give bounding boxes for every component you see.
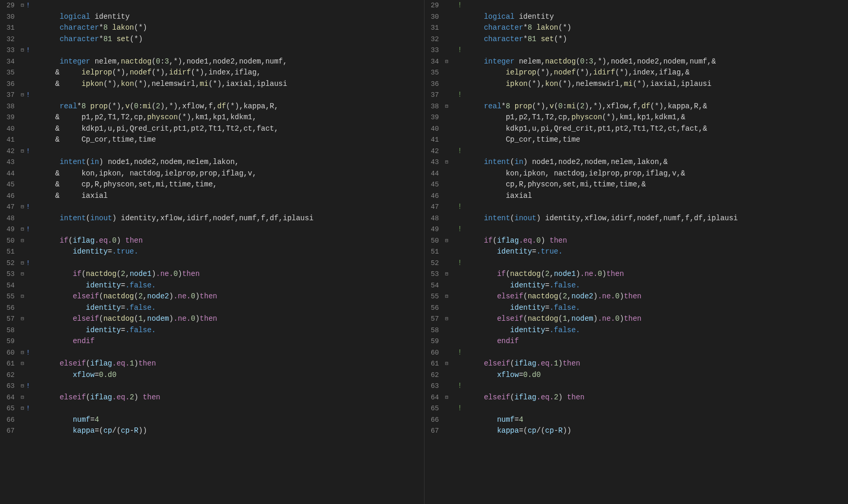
fold-icon[interactable]: ⊟: [19, 45, 26, 56]
code-line[interactable]: Cp_cor,ttime,time: [458, 134, 849, 146]
gutter-line[interactable]: 39: [425, 112, 458, 123]
gutter-line[interactable]: 29⊟!: [0, 0, 33, 11]
right-pane[interactable]: 293031323334⊟35363738⊟3940414243⊟4445464…: [425, 0, 849, 504]
gutter-line[interactable]: 67: [425, 425, 458, 437]
gutter-line[interactable]: 51: [0, 246, 33, 258]
fold-icon[interactable]: ⊟: [19, 0, 26, 11]
gutter-line[interactable]: 63⊟!: [0, 381, 33, 392]
code-line[interactable]: identity=.false.: [458, 280, 849, 292]
gutter-line[interactable]: 33⊟!: [0, 45, 33, 56]
gutter-line[interactable]: 55⊟: [0, 291, 33, 303]
gutter-line[interactable]: 56: [0, 303, 33, 314]
code-line[interactable]: identity=.false.: [458, 325, 849, 336]
gutter-line[interactable]: 47: [425, 201, 458, 213]
code-line[interactable]: kappa=(cp/(cp-R)): [33, 425, 424, 437]
code-line[interactable]: real*8 prop(*),v(0:mi(2),*),xflow,f,df(*…: [33, 101, 424, 112]
gutter-line[interactable]: 30: [0, 11, 33, 23]
code-line[interactable]: integer nelem,nactdog(0:3,*),node1,node2…: [458, 56, 849, 68]
code-line[interactable]: [33, 0, 424, 11]
gutter-line[interactable]: 64⊟: [0, 392, 33, 404]
fold-icon[interactable]: ⊟: [19, 392, 26, 404]
gutter-line[interactable]: 43⊟: [425, 157, 458, 168]
gutter-line[interactable]: 34: [0, 56, 33, 68]
code-line[interactable]: intent(in) node1,node2,nodem,nelem,lakon…: [458, 157, 849, 168]
fold-icon[interactable]: ⊟: [443, 392, 451, 404]
code-line[interactable]: !: [458, 224, 849, 235]
gutter-line[interactable]: 45: [0, 179, 33, 191]
code-line[interactable]: [33, 201, 424, 213]
fold-icon[interactable]: ⊟: [19, 403, 26, 414]
code-line[interactable]: & Cp_cor,ttime,time: [33, 134, 424, 146]
fold-icon[interactable]: ⊟: [19, 313, 26, 325]
code-line[interactable]: real*8 prop(*),v(0:mi(2),*),xflow,f,df(*…: [458, 101, 849, 112]
code-line[interactable]: if(iflag.eq.0) then: [33, 235, 424, 247]
code-line[interactable]: ielprop(*),nodef(*),idirf(*),index,iflag…: [458, 67, 849, 79]
code-line[interactable]: !: [458, 45, 849, 56]
code-line[interactable]: elseif(iflag.eq.1)then: [33, 358, 424, 370]
gutter-line[interactable]: 66: [425, 414, 458, 426]
gutter-line[interactable]: 43: [0, 157, 33, 168]
gutter-line[interactable]: 44: [425, 168, 458, 180]
code-line[interactable]: [33, 224, 424, 235]
left-pane[interactable]: 29⊟!30313233⊟!34353637⊟!3839404142⊟!4344…: [0, 0, 425, 504]
right-code[interactable]: ! logical identity character*8 lakon(*) …: [458, 0, 849, 504]
code-line[interactable]: character*8 lakon(*): [458, 22, 849, 34]
gutter-line[interactable]: 50⊟: [0, 235, 33, 247]
gutter-line[interactable]: 60⊟!: [0, 347, 33, 359]
gutter-line[interactable]: 44: [0, 168, 33, 180]
gutter-line[interactable]: 59: [0, 336, 33, 347]
fold-icon[interactable]: ⊟: [443, 56, 451, 68]
gutter-line[interactable]: 49⊟!: [0, 224, 33, 235]
gutter-line[interactable]: 41: [0, 134, 33, 146]
gutter-line[interactable]: 37⊟!: [0, 90, 33, 101]
code-line[interactable]: integer nelem,nactdog(0:3,*),node1,node2…: [33, 56, 424, 68]
gutter-line[interactable]: 47⊟!: [0, 201, 33, 213]
gutter-line[interactable]: 45: [425, 179, 458, 191]
code-line[interactable]: intent(in) node1,node2,nodem,nelem,lakon…: [33, 157, 424, 168]
code-line[interactable]: elseif(nactdog(2,node2).ne.0)then: [33, 291, 424, 303]
fold-icon[interactable]: ⊟: [19, 347, 26, 359]
code-line[interactable]: logical identity: [458, 11, 849, 23]
gutter-line[interactable]: 61⊟: [0, 358, 33, 370]
code-line[interactable]: identity=.false.: [33, 303, 424, 314]
gutter-line[interactable]: 36: [425, 79, 458, 90]
fold-icon[interactable]: ⊟: [19, 235, 26, 247]
gutter-line[interactable]: 64⊟: [425, 392, 458, 404]
fold-icon[interactable]: ⊟: [443, 358, 451, 370]
code-line[interactable]: identity=.false.: [33, 280, 424, 292]
code-line[interactable]: & cp,R,physcon,set,mi,ttime,time,: [33, 179, 424, 191]
code-line[interactable]: & ipkon(*),kon(*),nelemswirl,mi(*),iaxia…: [33, 79, 424, 90]
code-line[interactable]: & iaxial: [33, 191, 424, 202]
code-line[interactable]: elseif(nactdog(2,node2).ne.0)then: [458, 291, 849, 303]
left-code[interactable]: logical identity character*8 lakon(*) ch…: [33, 0, 424, 504]
left-gutter[interactable]: 29⊟!30313233⊟!34353637⊟!3839404142⊟!4344…: [0, 0, 33, 504]
code-line[interactable]: character*81 set(*): [458, 34, 849, 45]
gutter-line[interactable]: 59: [425, 336, 458, 347]
code-line[interactable]: elseif(iflag.eq.2) then: [458, 392, 849, 404]
gutter-line[interactable]: 58: [0, 325, 33, 336]
gutter-line[interactable]: 29: [425, 0, 458, 11]
code-line[interactable]: elseif(nactdog(1,nodem).ne.0)then: [458, 313, 849, 325]
gutter-line[interactable]: 36: [0, 79, 33, 90]
code-line[interactable]: [33, 403, 424, 414]
gutter-line[interactable]: 32: [0, 34, 33, 45]
code-line[interactable]: [33, 45, 424, 56]
code-line[interactable]: if(nactdog(2,node1).ne.0)then: [458, 269, 849, 280]
code-line[interactable]: elseif(iflag.eq.1)then: [458, 358, 849, 370]
code-line[interactable]: [33, 90, 424, 101]
fold-icon[interactable]: ⊟: [19, 269, 26, 280]
gutter-line[interactable]: 56: [425, 303, 458, 314]
gutter-line[interactable]: 37: [425, 90, 458, 101]
code-line[interactable]: cp,R,physcon,set,mi,ttime,time,&: [458, 179, 849, 191]
gutter-line[interactable]: 60: [425, 347, 458, 359]
fold-icon[interactable]: ⊟: [443, 157, 451, 168]
gutter-line[interactable]: 52⊟!: [0, 258, 33, 269]
gutter-line[interactable]: 35: [425, 67, 458, 79]
code-line[interactable]: !: [458, 146, 849, 157]
code-line[interactable]: iaxial: [458, 191, 849, 202]
code-line[interactable]: ipkon(*),kon(*),nelemswirl,mi(*),iaxial,…: [458, 79, 849, 90]
code-line[interactable]: xflow=0.d0: [33, 370, 424, 381]
fold-icon[interactable]: ⊟: [443, 101, 451, 112]
fold-icon[interactable]: ⊟: [19, 201, 26, 213]
code-line[interactable]: & kon,ipkon, nactdog,ielprop,prop,iflag,…: [33, 168, 424, 180]
